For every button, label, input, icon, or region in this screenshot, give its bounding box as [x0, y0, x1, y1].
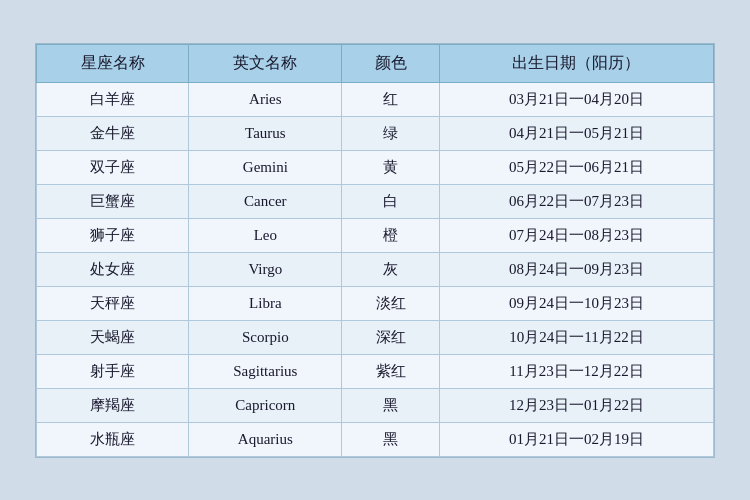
cell-chinese-name: 金牛座: [37, 116, 189, 150]
cell-chinese-name: 白羊座: [37, 82, 189, 116]
cell-english-name: Aries: [189, 82, 342, 116]
cell-english-name: Aquarius: [189, 422, 342, 456]
cell-chinese-name: 摩羯座: [37, 388, 189, 422]
table-row: 白羊座Aries红03月21日一04月20日: [37, 82, 714, 116]
zodiac-table-container: 星座名称 英文名称 颜色 出生日期（阳历） 白羊座Aries红03月21日一04…: [35, 43, 715, 458]
table-row: 双子座Gemini黄05月22日一06月21日: [37, 150, 714, 184]
table-row: 天秤座Libra淡红09月24日一10月23日: [37, 286, 714, 320]
cell-english-name: Sagittarius: [189, 354, 342, 388]
table-header-row: 星座名称 英文名称 颜色 出生日期（阳历）: [37, 44, 714, 82]
cell-color: 黑: [342, 422, 440, 456]
cell-chinese-name: 巨蟹座: [37, 184, 189, 218]
header-color: 颜色: [342, 44, 440, 82]
table-row: 狮子座Leo橙07月24日一08月23日: [37, 218, 714, 252]
cell-english-name: Cancer: [189, 184, 342, 218]
cell-date: 11月23日一12月22日: [439, 354, 713, 388]
cell-date: 12月23日一01月22日: [439, 388, 713, 422]
cell-color: 深红: [342, 320, 440, 354]
cell-color: 灰: [342, 252, 440, 286]
cell-english-name: Gemini: [189, 150, 342, 184]
cell-date: 08月24日一09月23日: [439, 252, 713, 286]
cell-date: 05月22日一06月21日: [439, 150, 713, 184]
table-row: 处女座Virgo灰08月24日一09月23日: [37, 252, 714, 286]
cell-date: 09月24日一10月23日: [439, 286, 713, 320]
cell-chinese-name: 狮子座: [37, 218, 189, 252]
cell-date: 03月21日一04月20日: [439, 82, 713, 116]
cell-color: 绿: [342, 116, 440, 150]
cell-date: 06月22日一07月23日: [439, 184, 713, 218]
header-chinese-name: 星座名称: [37, 44, 189, 82]
cell-date: 01月21日一02月19日: [439, 422, 713, 456]
cell-date: 10月24日一11月22日: [439, 320, 713, 354]
table-row: 射手座Sagittarius紫红11月23日一12月22日: [37, 354, 714, 388]
cell-color: 淡红: [342, 286, 440, 320]
cell-english-name: Virgo: [189, 252, 342, 286]
cell-chinese-name: 处女座: [37, 252, 189, 286]
header-english-name: 英文名称: [189, 44, 342, 82]
cell-english-name: Scorpio: [189, 320, 342, 354]
cell-color: 白: [342, 184, 440, 218]
cell-chinese-name: 天秤座: [37, 286, 189, 320]
cell-english-name: Capricorn: [189, 388, 342, 422]
cell-english-name: Taurus: [189, 116, 342, 150]
cell-english-name: Libra: [189, 286, 342, 320]
table-row: 巨蟹座Cancer白06月22日一07月23日: [37, 184, 714, 218]
cell-color: 黑: [342, 388, 440, 422]
table-row: 水瓶座Aquarius黑01月21日一02月19日: [37, 422, 714, 456]
cell-chinese-name: 双子座: [37, 150, 189, 184]
cell-color: 紫红: [342, 354, 440, 388]
cell-chinese-name: 射手座: [37, 354, 189, 388]
cell-date: 07月24日一08月23日: [439, 218, 713, 252]
cell-color: 橙: [342, 218, 440, 252]
cell-chinese-name: 天蝎座: [37, 320, 189, 354]
table-row: 摩羯座Capricorn黑12月23日一01月22日: [37, 388, 714, 422]
cell-chinese-name: 水瓶座: [37, 422, 189, 456]
header-date: 出生日期（阳历）: [439, 44, 713, 82]
cell-color: 黄: [342, 150, 440, 184]
zodiac-table: 星座名称 英文名称 颜色 出生日期（阳历） 白羊座Aries红03月21日一04…: [36, 44, 714, 457]
cell-date: 04月21日一05月21日: [439, 116, 713, 150]
table-body: 白羊座Aries红03月21日一04月20日金牛座Taurus绿04月21日一0…: [37, 82, 714, 456]
cell-color: 红: [342, 82, 440, 116]
table-row: 金牛座Taurus绿04月21日一05月21日: [37, 116, 714, 150]
cell-english-name: Leo: [189, 218, 342, 252]
table-row: 天蝎座Scorpio深红10月24日一11月22日: [37, 320, 714, 354]
